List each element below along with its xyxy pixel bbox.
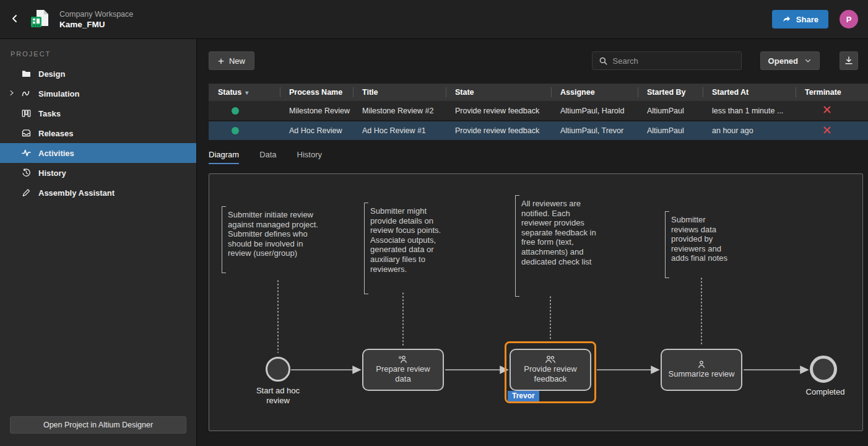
sidebar-item-label: Design	[38, 69, 65, 79]
task-summarize-review[interactable]: Summarize review	[661, 349, 742, 391]
chevron-left-icon	[10, 14, 20, 24]
search-icon	[599, 56, 608, 66]
column-header-state[interactable]: State	[446, 84, 551, 101]
cell-state: Provide review feedback	[446, 121, 551, 141]
cell-title: Ad Hoc Review #1	[353, 121, 446, 141]
sidebar-item-simulation[interactable]: Simulation	[0, 84, 196, 103]
sidebar: PROJECT Design	[0, 39, 197, 446]
detail-tabs: Diagram Data History	[209, 150, 868, 164]
annotation-bracket	[364, 203, 368, 294]
annotation-start: Submitter initiate review against manage…	[222, 210, 328, 269]
table-row-selected[interactable]: Ad Hoc Review Ad Hoc Review #1 Provide r…	[209, 121, 868, 141]
back-button[interactable]	[6, 10, 24, 29]
column-header-started-at[interactable]: Started At	[703, 84, 796, 101]
end-event-label: Completed	[797, 387, 853, 397]
sidebar-item-assembly-assistant[interactable]: Assembly Assistant	[0, 183, 196, 203]
task-label: Summarize review	[665, 369, 739, 379]
cell-started-by: AltiumPaul	[638, 121, 703, 141]
folder-icon	[21, 69, 32, 79]
activities-toolbar: + New Opened	[209, 51, 858, 70]
chevron-right-icon[interactable]	[8, 89, 15, 98]
chevron-down-icon	[804, 57, 812, 64]
workspace-label: Company Workspace	[59, 10, 133, 19]
project-type-icon	[28, 7, 52, 31]
status-filter-dropdown[interactable]: Opened	[760, 51, 820, 70]
open-project-button[interactable]: Open Project in Altium Designer	[10, 416, 186, 434]
user-task-icon	[398, 356, 408, 364]
sidebar-item-releases[interactable]: Releases	[0, 123, 196, 143]
sidebar-item-label: Releases	[38, 129, 73, 138]
waveform-icon	[21, 89, 32, 98]
workflow-diagram[interactable]: Submitter initiate review against manage…	[209, 173, 863, 431]
column-header-status[interactable]: Status▾	[209, 84, 280, 101]
share-label: Share	[796, 15, 818, 24]
terminate-button[interactable]	[822, 125, 833, 138]
task-prepare-review-data[interactable]: Prepare review data	[362, 349, 444, 391]
cell-started-at: an hour ago	[703, 121, 796, 141]
pen-icon	[21, 188, 32, 198]
column-header-started-by[interactable]: Started By	[638, 84, 703, 101]
cell-title: Milestone Review #2	[353, 101, 446, 121]
cell-started-at: less than 1 minute ...	[703, 101, 796, 121]
sort-icon: ▾	[245, 89, 248, 96]
download-button[interactable]	[840, 51, 858, 70]
column-header-terminate[interactable]: Terminate	[796, 84, 868, 101]
user-task-icon	[697, 361, 706, 369]
app-root: Company Workspace Kame_FMU Share P PROJE…	[0, 0, 868, 446]
task-provide-review-feedback[interactable]: Provide review feedback	[510, 349, 591, 391]
history-clock-icon	[21, 168, 32, 178]
sidebar-item-history[interactable]: History	[0, 163, 196, 183]
sidebar-item-label: Tasks	[38, 109, 61, 118]
end-event-node[interactable]	[810, 356, 837, 383]
header-titles: Company Workspace Kame_FMU	[59, 10, 133, 29]
status-dot	[232, 107, 239, 115]
user-avatar[interactable]: P	[840, 10, 858, 28]
column-header-title[interactable]: Title	[353, 84, 446, 101]
terminate-button[interactable]	[822, 104, 833, 117]
share-button[interactable]: Share	[772, 10, 828, 28]
cell-assignee: AltiumPaul, Trevor	[551, 121, 638, 141]
column-header-process-name[interactable]: Process Name	[280, 84, 353, 101]
search-input[interactable]	[613, 56, 735, 66]
sidebar-item-design[interactable]: Design	[0, 64, 196, 84]
column-header-assignee[interactable]: Assignee	[551, 84, 638, 101]
sidebar-item-activities[interactable]: Activities	[0, 143, 196, 163]
new-button-label: New	[229, 56, 245, 66]
project-name: Kame_FMU	[59, 20, 133, 29]
task-label: Provide review feedback	[511, 364, 590, 385]
annotation-prepare: Submitter might provide details on revie…	[364, 206, 452, 291]
cell-started-by: AltiumPaul	[638, 101, 703, 121]
annotation-summarize: Submitter reviews data provided by revie…	[665, 215, 733, 274]
sidebar-item-tasks[interactable]: Tasks	[0, 103, 196, 123]
terminate-x-icon	[823, 105, 831, 114]
download-icon	[844, 56, 854, 66]
sidebar-item-label: Simulation	[38, 89, 79, 98]
sidebar-section-label: PROJECT	[0, 50, 196, 64]
sidebar-item-label: History	[38, 168, 66, 178]
search-box[interactable]	[592, 51, 742, 70]
table-row[interactable]: Milestone Review Milestone Review #2 Pro…	[209, 101, 868, 121]
annotation-bracket	[222, 206, 226, 273]
sidebar-item-label: Activities	[38, 149, 74, 158]
cell-process-name: Milestone Review	[280, 101, 353, 121]
filter-value: Opened	[768, 56, 798, 66]
tab-diagram[interactable]: Diagram	[209, 150, 239, 164]
annotation-bracket	[515, 195, 519, 297]
app-header: Company Workspace Kame_FMU Share P	[0, 0, 868, 39]
activities-table: Status▾ Process Name Title State Assigne…	[209, 84, 868, 141]
main-content: + New Opened	[197, 39, 868, 446]
tab-history[interactable]: History	[297, 150, 322, 164]
annotation-bracket	[665, 211, 669, 278]
start-event-node[interactable]	[266, 357, 290, 382]
assignee-badge[interactable]: Trevor	[508, 391, 539, 401]
inbox-icon	[21, 128, 32, 138]
tab-data[interactable]: Data	[259, 150, 276, 164]
plus-icon: +	[218, 56, 224, 66]
terminate-x-icon	[823, 126, 831, 134]
kanban-icon	[21, 108, 32, 118]
new-activity-button[interactable]: + New	[209, 51, 254, 70]
start-event-label: Start ad hoc review	[244, 386, 312, 406]
sidebar-nav: Design Simulation	[0, 64, 196, 416]
users-task-icon	[545, 356, 556, 364]
task-label: Prepare review data	[363, 364, 443, 385]
